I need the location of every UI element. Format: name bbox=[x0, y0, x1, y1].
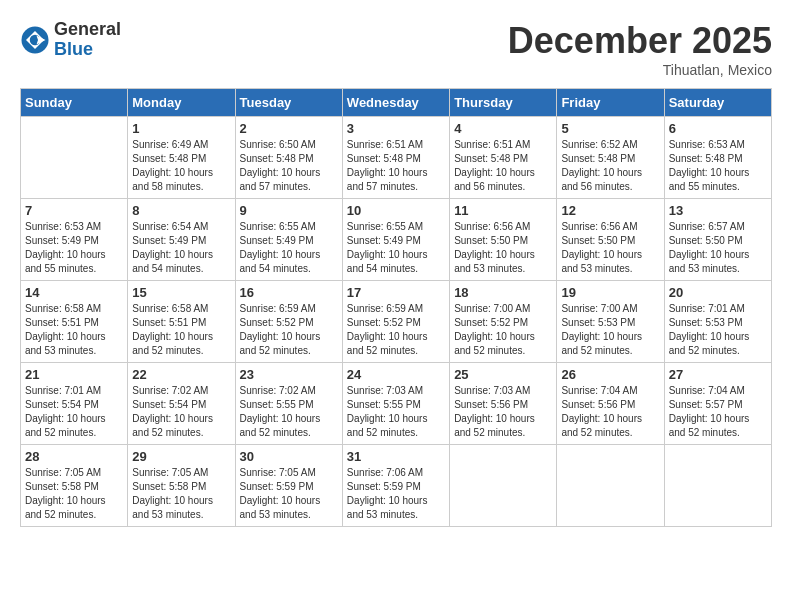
calendar-cell: 10Sunrise: 6:55 AM Sunset: 5:49 PM Dayli… bbox=[342, 199, 449, 281]
day-info: Sunrise: 6:51 AM Sunset: 5:48 PM Dayligh… bbox=[347, 138, 445, 194]
day-info: Sunrise: 6:59 AM Sunset: 5:52 PM Dayligh… bbox=[347, 302, 445, 358]
calendar-cell: 4Sunrise: 6:51 AM Sunset: 5:48 PM Daylig… bbox=[450, 117, 557, 199]
calendar-cell: 15Sunrise: 6:58 AM Sunset: 5:51 PM Dayli… bbox=[128, 281, 235, 363]
week-row-4: 21Sunrise: 7:01 AM Sunset: 5:54 PM Dayli… bbox=[21, 363, 772, 445]
logo-icon bbox=[20, 25, 50, 55]
calendar-cell: 5Sunrise: 6:52 AM Sunset: 5:48 PM Daylig… bbox=[557, 117, 664, 199]
day-number: 15 bbox=[132, 285, 230, 300]
calendar-cell: 28Sunrise: 7:05 AM Sunset: 5:58 PM Dayli… bbox=[21, 445, 128, 527]
weekday-header-friday: Friday bbox=[557, 89, 664, 117]
day-number: 1 bbox=[132, 121, 230, 136]
day-number: 8 bbox=[132, 203, 230, 218]
day-number: 16 bbox=[240, 285, 338, 300]
day-info: Sunrise: 7:05 AM Sunset: 5:59 PM Dayligh… bbox=[240, 466, 338, 522]
day-number: 18 bbox=[454, 285, 552, 300]
calendar-cell: 31Sunrise: 7:06 AM Sunset: 5:59 PM Dayli… bbox=[342, 445, 449, 527]
calendar-cell: 13Sunrise: 6:57 AM Sunset: 5:50 PM Dayli… bbox=[664, 199, 771, 281]
day-number: 10 bbox=[347, 203, 445, 218]
calendar-cell bbox=[664, 445, 771, 527]
day-number: 20 bbox=[669, 285, 767, 300]
calendar-cell: 21Sunrise: 7:01 AM Sunset: 5:54 PM Dayli… bbox=[21, 363, 128, 445]
calendar-cell: 20Sunrise: 7:01 AM Sunset: 5:53 PM Dayli… bbox=[664, 281, 771, 363]
day-info: Sunrise: 6:51 AM Sunset: 5:48 PM Dayligh… bbox=[454, 138, 552, 194]
calendar-cell: 26Sunrise: 7:04 AM Sunset: 5:56 PM Dayli… bbox=[557, 363, 664, 445]
calendar-cell: 30Sunrise: 7:05 AM Sunset: 5:59 PM Dayli… bbox=[235, 445, 342, 527]
day-number: 17 bbox=[347, 285, 445, 300]
calendar-cell: 14Sunrise: 6:58 AM Sunset: 5:51 PM Dayli… bbox=[21, 281, 128, 363]
day-info: Sunrise: 6:53 AM Sunset: 5:48 PM Dayligh… bbox=[669, 138, 767, 194]
day-number: 27 bbox=[669, 367, 767, 382]
day-number: 2 bbox=[240, 121, 338, 136]
calendar-cell: 7Sunrise: 6:53 AM Sunset: 5:49 PM Daylig… bbox=[21, 199, 128, 281]
weekday-header-saturday: Saturday bbox=[664, 89, 771, 117]
day-number: 5 bbox=[561, 121, 659, 136]
calendar-cell: 22Sunrise: 7:02 AM Sunset: 5:54 PM Dayli… bbox=[128, 363, 235, 445]
day-info: Sunrise: 6:58 AM Sunset: 5:51 PM Dayligh… bbox=[132, 302, 230, 358]
day-number: 12 bbox=[561, 203, 659, 218]
day-number: 14 bbox=[25, 285, 123, 300]
day-number: 11 bbox=[454, 203, 552, 218]
day-info: Sunrise: 6:58 AM Sunset: 5:51 PM Dayligh… bbox=[25, 302, 123, 358]
calendar-cell: 29Sunrise: 7:05 AM Sunset: 5:58 PM Dayli… bbox=[128, 445, 235, 527]
day-number: 24 bbox=[347, 367, 445, 382]
calendar-cell: 27Sunrise: 7:04 AM Sunset: 5:57 PM Dayli… bbox=[664, 363, 771, 445]
day-info: Sunrise: 6:55 AM Sunset: 5:49 PM Dayligh… bbox=[347, 220, 445, 276]
day-info: Sunrise: 7:05 AM Sunset: 5:58 PM Dayligh… bbox=[132, 466, 230, 522]
calendar-cell bbox=[557, 445, 664, 527]
month-title: December 2025 bbox=[508, 20, 772, 62]
calendar-cell: 2Sunrise: 6:50 AM Sunset: 5:48 PM Daylig… bbox=[235, 117, 342, 199]
day-info: Sunrise: 7:03 AM Sunset: 5:56 PM Dayligh… bbox=[454, 384, 552, 440]
day-info: Sunrise: 6:52 AM Sunset: 5:48 PM Dayligh… bbox=[561, 138, 659, 194]
day-info: Sunrise: 7:00 AM Sunset: 5:53 PM Dayligh… bbox=[561, 302, 659, 358]
day-number: 25 bbox=[454, 367, 552, 382]
day-number: 21 bbox=[25, 367, 123, 382]
day-info: Sunrise: 7:06 AM Sunset: 5:59 PM Dayligh… bbox=[347, 466, 445, 522]
day-number: 4 bbox=[454, 121, 552, 136]
weekday-header-monday: Monday bbox=[128, 89, 235, 117]
day-info: Sunrise: 7:02 AM Sunset: 5:54 PM Dayligh… bbox=[132, 384, 230, 440]
day-info: Sunrise: 7:01 AM Sunset: 5:54 PM Dayligh… bbox=[25, 384, 123, 440]
logo: General Blue bbox=[20, 20, 121, 60]
day-info: Sunrise: 6:49 AM Sunset: 5:48 PM Dayligh… bbox=[132, 138, 230, 194]
calendar-cell: 12Sunrise: 6:56 AM Sunset: 5:50 PM Dayli… bbox=[557, 199, 664, 281]
day-info: Sunrise: 7:02 AM Sunset: 5:55 PM Dayligh… bbox=[240, 384, 338, 440]
day-number: 29 bbox=[132, 449, 230, 464]
day-number: 23 bbox=[240, 367, 338, 382]
week-row-3: 14Sunrise: 6:58 AM Sunset: 5:51 PM Dayli… bbox=[21, 281, 772, 363]
calendar-cell: 17Sunrise: 6:59 AM Sunset: 5:52 PM Dayli… bbox=[342, 281, 449, 363]
day-info: Sunrise: 6:57 AM Sunset: 5:50 PM Dayligh… bbox=[669, 220, 767, 276]
calendar-cell: 3Sunrise: 6:51 AM Sunset: 5:48 PM Daylig… bbox=[342, 117, 449, 199]
week-row-2: 7Sunrise: 6:53 AM Sunset: 5:49 PM Daylig… bbox=[21, 199, 772, 281]
day-info: Sunrise: 6:53 AM Sunset: 5:49 PM Dayligh… bbox=[25, 220, 123, 276]
calendar-cell: 19Sunrise: 7:00 AM Sunset: 5:53 PM Dayli… bbox=[557, 281, 664, 363]
logo-text: General Blue bbox=[54, 20, 121, 60]
logo-blue-text: Blue bbox=[54, 40, 121, 60]
calendar-cell: 25Sunrise: 7:03 AM Sunset: 5:56 PM Dayli… bbox=[450, 363, 557, 445]
calendar-cell: 1Sunrise: 6:49 AM Sunset: 5:48 PM Daylig… bbox=[128, 117, 235, 199]
day-info: Sunrise: 6:56 AM Sunset: 5:50 PM Dayligh… bbox=[454, 220, 552, 276]
day-info: Sunrise: 7:04 AM Sunset: 5:57 PM Dayligh… bbox=[669, 384, 767, 440]
calendar-cell: 23Sunrise: 7:02 AM Sunset: 5:55 PM Dayli… bbox=[235, 363, 342, 445]
day-number: 3 bbox=[347, 121, 445, 136]
calendar-cell: 16Sunrise: 6:59 AM Sunset: 5:52 PM Dayli… bbox=[235, 281, 342, 363]
calendar-cell: 18Sunrise: 7:00 AM Sunset: 5:52 PM Dayli… bbox=[450, 281, 557, 363]
calendar-cell: 8Sunrise: 6:54 AM Sunset: 5:49 PM Daylig… bbox=[128, 199, 235, 281]
day-info: Sunrise: 6:54 AM Sunset: 5:49 PM Dayligh… bbox=[132, 220, 230, 276]
logo-general-text: General bbox=[54, 20, 121, 40]
day-info: Sunrise: 7:01 AM Sunset: 5:53 PM Dayligh… bbox=[669, 302, 767, 358]
day-number: 9 bbox=[240, 203, 338, 218]
day-info: Sunrise: 7:04 AM Sunset: 5:56 PM Dayligh… bbox=[561, 384, 659, 440]
day-number: 26 bbox=[561, 367, 659, 382]
weekday-header-tuesday: Tuesday bbox=[235, 89, 342, 117]
day-info: Sunrise: 6:59 AM Sunset: 5:52 PM Dayligh… bbox=[240, 302, 338, 358]
day-number: 22 bbox=[132, 367, 230, 382]
page-header: General Blue December 2025 Tihuatlan, Me… bbox=[20, 20, 772, 78]
calendar-table: SundayMondayTuesdayWednesdayThursdayFrid… bbox=[20, 88, 772, 527]
calendar-cell: 6Sunrise: 6:53 AM Sunset: 5:48 PM Daylig… bbox=[664, 117, 771, 199]
weekday-header-row: SundayMondayTuesdayWednesdayThursdayFrid… bbox=[21, 89, 772, 117]
day-number: 31 bbox=[347, 449, 445, 464]
calendar-cell: 11Sunrise: 6:56 AM Sunset: 5:50 PM Dayli… bbox=[450, 199, 557, 281]
day-info: Sunrise: 6:55 AM Sunset: 5:49 PM Dayligh… bbox=[240, 220, 338, 276]
weekday-header-sunday: Sunday bbox=[21, 89, 128, 117]
day-number: 13 bbox=[669, 203, 767, 218]
